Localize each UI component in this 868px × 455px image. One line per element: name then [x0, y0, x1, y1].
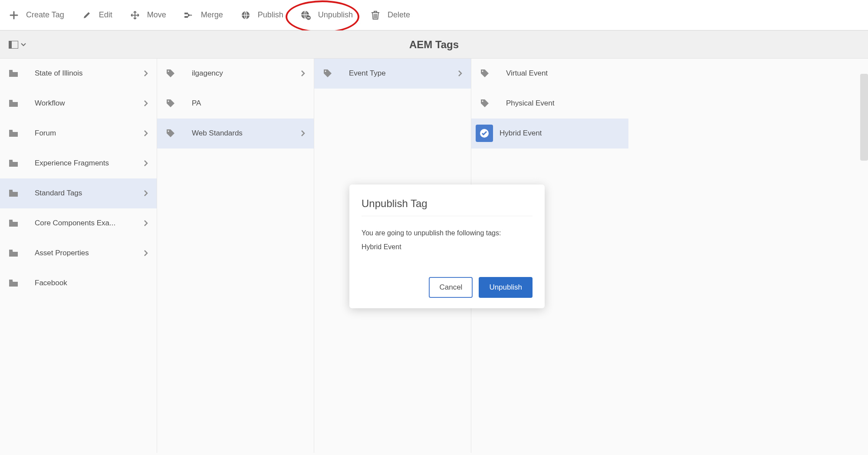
- dialog-message: You are going to unpublish the following…: [362, 229, 533, 237]
- folder-icon: [9, 249, 26, 257]
- column-1: ilgagencyPAWeb Standards: [157, 59, 314, 453]
- svg-rect-3: [307, 17, 310, 18]
- item-label: Event Type: [349, 69, 449, 78]
- column-item[interactable]: Experience Fragments: [0, 148, 157, 178]
- svg-rect-11: [9, 220, 13, 221]
- item-label: State of Illinois: [35, 69, 135, 78]
- svg-rect-6: [9, 70, 13, 71]
- svg-rect-13: [9, 280, 13, 281]
- chevron-right-icon: [144, 160, 148, 167]
- column-item[interactable]: Hybrid Event: [471, 119, 628, 148]
- folder-icon: [9, 219, 26, 227]
- folder-icon: [9, 279, 26, 287]
- chevron-down-icon: [21, 43, 26, 46]
- column-item[interactable]: Facebook: [0, 268, 157, 298]
- item-label: Physical Event: [506, 99, 620, 108]
- item-label: Web Standards: [192, 129, 292, 138]
- item-label: PA: [192, 99, 305, 108]
- chevron-right-icon: [144, 130, 148, 137]
- dialog-actions: Cancel Unpublish: [362, 277, 533, 298]
- tag-icon: [166, 99, 183, 108]
- publish-label: Publish: [258, 10, 283, 20]
- column-item[interactable]: Asset Properties: [0, 238, 157, 268]
- column-item[interactable]: Workflow: [0, 89, 157, 119]
- chevron-right-icon: [144, 190, 148, 197]
- folder-icon: [9, 69, 26, 77]
- folder-icon: [9, 129, 26, 137]
- cancel-button[interactable]: Cancel: [429, 277, 473, 298]
- column-item[interactable]: Physical Event: [471, 89, 628, 119]
- create-tag-button[interactable]: Create Tag: [9, 10, 64, 20]
- publish-button[interactable]: Publish: [240, 10, 283, 20]
- delete-button[interactable]: Delete: [370, 10, 410, 20]
- column-item[interactable]: Forum: [0, 119, 157, 148]
- action-toolbar: Create Tag Edit Move Merge Publish Unpub…: [0, 0, 868, 30]
- chevron-right-icon: [144, 100, 148, 107]
- svg-point-18: [482, 71, 483, 72]
- trash-icon: [370, 10, 381, 20]
- chevron-right-icon: [458, 70, 462, 77]
- move-button[interactable]: Move: [130, 10, 166, 20]
- scrollbar[interactable]: [860, 74, 868, 161]
- column-item[interactable]: Virtual Event: [471, 59, 628, 89]
- chevron-right-icon: [144, 220, 148, 227]
- tag-icon: [166, 129, 183, 138]
- folder-icon: [9, 99, 26, 107]
- column-0: State of IllinoisWorkflowForumExperience…: [0, 59, 157, 453]
- svg-rect-9: [9, 160, 13, 161]
- column-item[interactable]: PA: [157, 89, 314, 119]
- column-item[interactable]: Core Components Exa...: [0, 208, 157, 238]
- item-label: Experience Fragments: [35, 159, 135, 168]
- chevron-right-icon: [144, 70, 148, 77]
- tag-icon: [480, 69, 497, 78]
- item-label: Hybrid Event: [500, 129, 620, 138]
- globe-remove-icon: [301, 10, 311, 20]
- merge-label: Merge: [201, 10, 223, 20]
- rail-toggle[interactable]: [9, 41, 26, 49]
- svg-point-16: [168, 131, 169, 132]
- svg-rect-8: [9, 130, 13, 131]
- unpublish-button[interactable]: Unpublish: [301, 10, 353, 20]
- column-item[interactable]: Event Type: [314, 59, 471, 89]
- edit-label: Edit: [99, 10, 112, 20]
- svg-rect-5: [9, 41, 12, 49]
- column-item[interactable]: Standard Tags: [0, 178, 157, 208]
- svg-rect-12: [9, 250, 13, 251]
- svg-point-17: [325, 71, 326, 72]
- edit-button[interactable]: Edit: [82, 10, 112, 20]
- page-title: AEM Tags: [0, 39, 868, 51]
- plus-icon: [9, 10, 19, 20]
- column-item[interactable]: State of Illinois: [0, 59, 157, 89]
- item-label: ilgagency: [192, 69, 292, 78]
- column-item[interactable]: ilgagency: [157, 59, 314, 89]
- header-row: AEM Tags: [0, 30, 868, 59]
- svg-point-19: [482, 101, 483, 102]
- merge-icon: [184, 10, 194, 20]
- item-label: Standard Tags: [35, 189, 135, 198]
- divider: [362, 216, 533, 216]
- check-icon: [476, 125, 493, 142]
- move-icon: [130, 10, 140, 20]
- chevron-right-icon: [301, 130, 305, 137]
- move-label: Move: [147, 10, 166, 20]
- column-item[interactable]: Web Standards: [157, 119, 314, 148]
- confirm-unpublish-button[interactable]: Unpublish: [479, 277, 533, 298]
- unpublish-label: Unpublish: [318, 10, 353, 20]
- svg-rect-7: [9, 100, 13, 101]
- item-label: Facebook: [35, 279, 148, 287]
- tag-icon: [323, 69, 340, 78]
- folder-icon: [9, 159, 26, 167]
- svg-point-14: [168, 71, 169, 72]
- chevron-right-icon: [301, 70, 305, 77]
- tag-icon: [480, 99, 497, 108]
- item-label: Virtual Event: [506, 69, 620, 78]
- delete-label: Delete: [388, 10, 410, 20]
- item-label: Asset Properties: [35, 249, 135, 257]
- tag-icon: [166, 69, 183, 78]
- dialog-tag-name: Hybrid Event: [362, 243, 533, 251]
- chevron-right-icon: [144, 250, 148, 257]
- svg-point-15: [168, 101, 169, 102]
- pencil-icon: [82, 10, 92, 20]
- rail-icon: [9, 41, 18, 49]
- merge-button[interactable]: Merge: [184, 10, 223, 20]
